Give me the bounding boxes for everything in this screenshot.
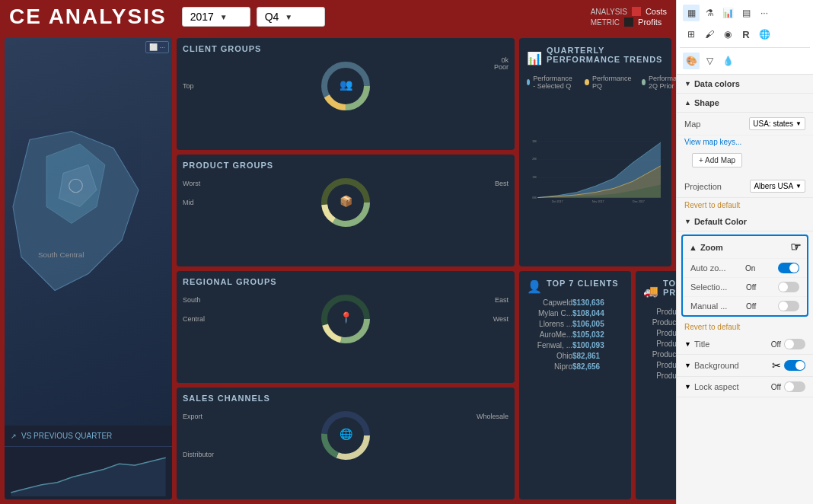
- default-color-section: ▼ Default Color: [677, 212, 813, 231]
- quarterly-chart-panel: 📊 QUARTERLY PERFORMANCE TRENDS Performan…: [519, 38, 671, 266]
- selection-value: Off: [746, 283, 756, 292]
- analysis-label: ANALYSIS: [591, 8, 627, 16]
- title-off-label: Off: [771, 340, 781, 349]
- data-colors-section: ▼ Data colors: [677, 75, 813, 94]
- lock-aspect-off-label: Off: [771, 383, 781, 391]
- manual-toggle[interactable]: [778, 301, 799, 311]
- data-colors-header[interactable]: ▼ Data colors: [677, 75, 813, 94]
- background-toggle[interactable]: [784, 360, 805, 371]
- svg-text:2M: 2M: [532, 158, 536, 161]
- format-toolbar: ▦ ⚗ 📊 ▤ ··· ⊞ 🖌 ◉ R 🌐 🎨 ▽ 💧: [677, 0, 813, 75]
- svg-text:South Central: South Central: [38, 250, 84, 259]
- toolbar-r-icon[interactable]: R: [738, 26, 754, 43]
- manual-property: Manual ... Off: [683, 296, 807, 315]
- svg-text:📍: 📍: [340, 311, 353, 324]
- regional-groups-panel: REGIONAL GROUPS 📍 East South Central Wes…: [177, 271, 515, 383]
- quarter-dropdown[interactable]: Q4 ▼: [257, 7, 325, 27]
- title-property: ▼ Title Off: [677, 334, 813, 355]
- add-map-button[interactable]: + Add Map: [692, 153, 742, 167]
- svg-text:Oct 2017: Oct 2017: [552, 200, 563, 203]
- clients-icon: 👤: [527, 279, 542, 294]
- projection-select[interactable]: Albers USA ▼: [750, 180, 805, 193]
- zoom-header[interactable]: ▲ Zoom ☞: [683, 236, 807, 258]
- top-products-title: TOP 7 PRODUCTS: [663, 279, 676, 297]
- vs-label: VS PREVIOUS QUARTER: [21, 432, 112, 440]
- page-title: CE ANALYSIS: [9, 5, 167, 29]
- shape-section: ▲ Shape Map USA: states ▼ View map keys.…: [677, 94, 813, 175]
- toolbar-more-icon[interactable]: ···: [756, 5, 773, 21]
- toolbar-table-icon[interactable]: ⊞: [683, 26, 700, 43]
- shape-label: Shape: [694, 98, 719, 107]
- toolbar-filter-icon[interactable]: ⚗: [701, 5, 718, 21]
- selection-toggle[interactable]: [778, 282, 799, 292]
- sales-channels-title: SALES CHANNELS: [183, 394, 509, 403]
- projection-property: Projection Albers USA ▼: [677, 175, 813, 198]
- lock-aspect-toggle[interactable]: [784, 381, 805, 392]
- top-products-panel: 🚚 TOP 7 PRODUCTS Product 1$559,747 Produ…: [636, 271, 676, 499]
- map-property: Map USA: states ▼: [677, 113, 813, 136]
- toolbar-filter2-icon[interactable]: ▽: [701, 53, 718, 69]
- svg-text:📦: 📦: [340, 195, 353, 208]
- svg-text:1M: 1M: [532, 176, 536, 179]
- client-groups-title: CLIENT GROUPS: [183, 44, 509, 53]
- toolbar-divider: [680, 47, 810, 48]
- quarterly-title: QUARTERLY PERFORMANCE TRENDS: [547, 46, 664, 64]
- chart-icon: 📊: [527, 51, 542, 65]
- profits-swatch: [624, 18, 633, 27]
- svg-text:3M: 3M: [532, 140, 536, 143]
- data-colors-label: Data colors: [694, 79, 740, 88]
- zoom-label: Zoom: [700, 243, 723, 252]
- projection-label: Projection: [684, 182, 722, 191]
- map-select[interactable]: USA: states ▼: [749, 117, 805, 130]
- auto-zoom-toggle[interactable]: [778, 263, 799, 273]
- revert-to-default-2[interactable]: Revert to default: [677, 320, 813, 334]
- title-label: Title: [694, 340, 709, 349]
- product-groups-panel: PRODUCT GROUPS 📦 Best Mid Worst: [177, 155, 515, 266]
- background-scissors-icon: ✂: [772, 359, 781, 372]
- top-clients-panel: 👤 TOP 7 CLIENTS Capweld$130,636 Mylan C.…: [519, 271, 631, 499]
- products-icon: 🚚: [643, 284, 658, 298]
- background-property: ▼ Background ✂: [677, 355, 813, 377]
- cursor-icon: ☞: [790, 240, 801, 254]
- lock-aspect-label: Lock aspect: [694, 382, 739, 391]
- selection-property: Selectio... Off: [683, 277, 807, 296]
- toolbar-paintbrush-icon[interactable]: 🖌: [701, 26, 718, 43]
- regional-groups-title: REGIONAL GROUPS: [183, 277, 509, 286]
- center-bottom: 👤 TOP 7 CLIENTS Capweld$130,636 Mylan C.…: [519, 271, 671, 499]
- toolbar-grid-icon[interactable]: ▤: [738, 5, 754, 21]
- toolbar-data-icon[interactable]: 💧: [719, 53, 736, 69]
- product-groups-title: PRODUCT GROUPS: [183, 161, 509, 170]
- lock-aspect-property: ▼ Lock aspect Off: [677, 377, 813, 397]
- revert-to-default-1[interactable]: Revert to default: [677, 198, 813, 212]
- year-dropdown[interactable]: 2017 ▼: [182, 7, 250, 27]
- map-window-controls[interactable]: ⬜···: [145, 41, 169, 53]
- svg-text:0M: 0M: [532, 196, 536, 199]
- selection-label: Selectio...: [690, 282, 727, 292]
- costs-swatch: [632, 7, 641, 16]
- toolbar-visual-icon[interactable]: ◉: [719, 26, 736, 43]
- profits-label: Profits: [638, 18, 662, 27]
- toolbar-globe-icon[interactable]: 🌐: [756, 26, 773, 43]
- auto-zoom-label: Auto zo...: [690, 263, 725, 273]
- auto-zoom-value: On: [745, 264, 755, 273]
- client-groups-panel: CLIENT GROUPS 👥 Poor Top 0k: [177, 38, 515, 150]
- products-list: Product 1$559,747 Product 11$441,865 Pro…: [643, 308, 676, 380]
- manual-value: Off: [746, 302, 756, 311]
- auto-zoom-property: Auto zo... On: [683, 258, 807, 277]
- svg-text:👥: 👥: [340, 78, 353, 91]
- sales-channels-panel: SALES CHANNELS 🌐 Wholesale Export Distri…: [177, 388, 515, 499]
- toolbar-analytics-icon[interactable]: 📊: [719, 5, 736, 21]
- shape-header[interactable]: ▲ Shape: [677, 94, 813, 113]
- view-map-keys-link[interactable]: View map keys...: [677, 136, 813, 148]
- background-label: Background: [694, 361, 739, 370]
- toolbar-chart-icon[interactable]: ▦: [683, 5, 700, 21]
- toolbar-format-icon[interactable]: 🎨: [683, 53, 700, 69]
- zoom-section: ▲ Zoom ☞ Auto zo... On Selectio... Off M…: [681, 234, 808, 317]
- costs-label: Costs: [646, 7, 667, 16]
- chart-legend: Performance - Selected Q Performance PQ …: [527, 75, 664, 90]
- map-label: Map: [684, 120, 700, 129]
- svg-text:Dec 2017: Dec 2017: [633, 200, 645, 203]
- map-panel: South Central ⬜··· ↗ VS PREVIOUS QUARTER: [5, 38, 172, 499]
- default-color-header[interactable]: ▼ Default Color: [677, 212, 813, 231]
- title-toggle[interactable]: [784, 339, 805, 349]
